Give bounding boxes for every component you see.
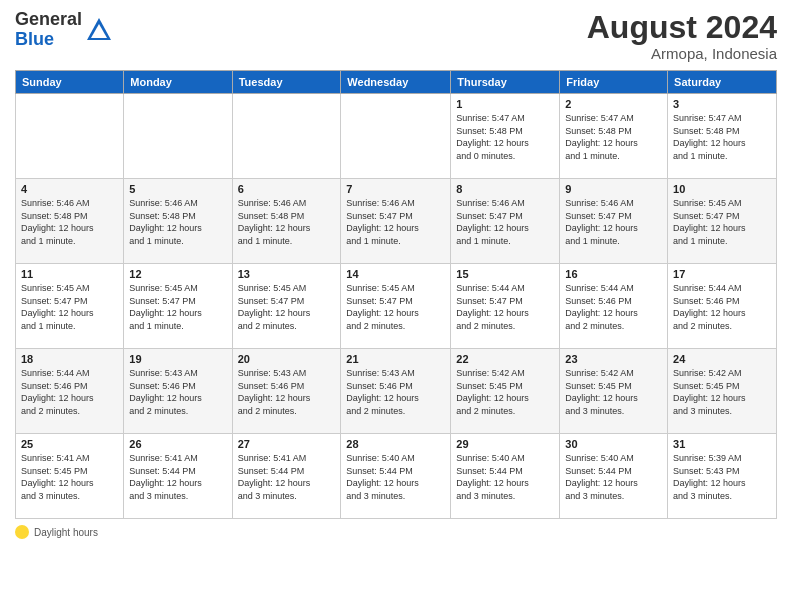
- day-number: 12: [129, 268, 226, 280]
- table-row: 11Sunrise: 5:45 AMSunset: 5:47 PMDayligh…: [16, 264, 124, 349]
- day-number: 22: [456, 353, 554, 365]
- table-row: [341, 94, 451, 179]
- table-row: 21Sunrise: 5:43 AMSunset: 5:46 PMDayligh…: [341, 349, 451, 434]
- logo-text: General Blue: [15, 10, 82, 50]
- day-info: Sunrise: 5:45 AMSunset: 5:47 PMDaylight:…: [673, 197, 771, 247]
- day-number: 10: [673, 183, 771, 195]
- day-info: Sunrise: 5:46 AMSunset: 5:48 PMDaylight:…: [21, 197, 118, 247]
- table-row: 30Sunrise: 5:40 AMSunset: 5:44 PMDayligh…: [560, 434, 668, 519]
- day-info: Sunrise: 5:45 AMSunset: 5:47 PMDaylight:…: [21, 282, 118, 332]
- day-number: 23: [565, 353, 662, 365]
- day-number: 2: [565, 98, 662, 110]
- day-info: Sunrise: 5:44 AMSunset: 5:47 PMDaylight:…: [456, 282, 554, 332]
- day-info: Sunrise: 5:45 AMSunset: 5:47 PMDaylight:…: [238, 282, 336, 332]
- table-row: 15Sunrise: 5:44 AMSunset: 5:47 PMDayligh…: [451, 264, 560, 349]
- footer: Daylight hours: [15, 525, 777, 539]
- day-number: 28: [346, 438, 445, 450]
- table-row: 9Sunrise: 5:46 AMSunset: 5:47 PMDaylight…: [560, 179, 668, 264]
- table-row: 22Sunrise: 5:42 AMSunset: 5:45 PMDayligh…: [451, 349, 560, 434]
- table-row: 2Sunrise: 5:47 AMSunset: 5:48 PMDaylight…: [560, 94, 668, 179]
- day-number: 16: [565, 268, 662, 280]
- day-number: 1: [456, 98, 554, 110]
- table-row: 17Sunrise: 5:44 AMSunset: 5:46 PMDayligh…: [668, 264, 777, 349]
- table-row: 18Sunrise: 5:44 AMSunset: 5:46 PMDayligh…: [16, 349, 124, 434]
- table-row: [124, 94, 232, 179]
- day-number: 17: [673, 268, 771, 280]
- table-row: 23Sunrise: 5:42 AMSunset: 5:45 PMDayligh…: [560, 349, 668, 434]
- day-info: Sunrise: 5:46 AMSunset: 5:48 PMDaylight:…: [238, 197, 336, 247]
- day-info: Sunrise: 5:40 AMSunset: 5:44 PMDaylight:…: [565, 452, 662, 502]
- day-info: Sunrise: 5:40 AMSunset: 5:44 PMDaylight:…: [346, 452, 445, 502]
- day-info: Sunrise: 5:45 AMSunset: 5:47 PMDaylight:…: [129, 282, 226, 332]
- day-info: Sunrise: 5:47 AMSunset: 5:48 PMDaylight:…: [673, 112, 771, 162]
- day-info: Sunrise: 5:44 AMSunset: 5:46 PMDaylight:…: [673, 282, 771, 332]
- table-row: 12Sunrise: 5:45 AMSunset: 5:47 PMDayligh…: [124, 264, 232, 349]
- table-row: 1Sunrise: 5:47 AMSunset: 5:48 PMDaylight…: [451, 94, 560, 179]
- day-number: 9: [565, 183, 662, 195]
- month-title: August 2024: [587, 10, 777, 45]
- calendar-week-row: 11Sunrise: 5:45 AMSunset: 5:47 PMDayligh…: [16, 264, 777, 349]
- table-row: 29Sunrise: 5:40 AMSunset: 5:44 PMDayligh…: [451, 434, 560, 519]
- day-info: Sunrise: 5:43 AMSunset: 5:46 PMDaylight:…: [346, 367, 445, 417]
- header: General Blue August 2024 Armopa, Indones…: [15, 10, 777, 62]
- day-number: 24: [673, 353, 771, 365]
- logo-general: General: [15, 10, 82, 30]
- day-info: Sunrise: 5:41 AMSunset: 5:44 PMDaylight:…: [129, 452, 226, 502]
- table-row: 14Sunrise: 5:45 AMSunset: 5:47 PMDayligh…: [341, 264, 451, 349]
- day-number: 25: [21, 438, 118, 450]
- calendar-week-row: 4Sunrise: 5:46 AMSunset: 5:48 PMDaylight…: [16, 179, 777, 264]
- title-block: August 2024 Armopa, Indonesia: [587, 10, 777, 62]
- col-thursday: Thursday: [451, 71, 560, 94]
- col-monday: Monday: [124, 71, 232, 94]
- table-row: 3Sunrise: 5:47 AMSunset: 5:48 PMDaylight…: [668, 94, 777, 179]
- logo-triangle-icon: [85, 16, 113, 44]
- day-info: Sunrise: 5:46 AMSunset: 5:47 PMDaylight:…: [565, 197, 662, 247]
- table-row: 25Sunrise: 5:41 AMSunset: 5:45 PMDayligh…: [16, 434, 124, 519]
- day-info: Sunrise: 5:46 AMSunset: 5:47 PMDaylight:…: [456, 197, 554, 247]
- day-info: Sunrise: 5:41 AMSunset: 5:44 PMDaylight:…: [238, 452, 336, 502]
- table-row: 20Sunrise: 5:43 AMSunset: 5:46 PMDayligh…: [232, 349, 341, 434]
- day-number: 15: [456, 268, 554, 280]
- logo: General Blue: [15, 10, 113, 50]
- location: Armopa, Indonesia: [587, 45, 777, 62]
- table-row: 31Sunrise: 5:39 AMSunset: 5:43 PMDayligh…: [668, 434, 777, 519]
- day-number: 5: [129, 183, 226, 195]
- day-number: 31: [673, 438, 771, 450]
- day-number: 11: [21, 268, 118, 280]
- day-number: 7: [346, 183, 445, 195]
- table-row: 5Sunrise: 5:46 AMSunset: 5:48 PMDaylight…: [124, 179, 232, 264]
- table-row: 7Sunrise: 5:46 AMSunset: 5:47 PMDaylight…: [341, 179, 451, 264]
- day-number: 4: [21, 183, 118, 195]
- day-number: 21: [346, 353, 445, 365]
- day-info: Sunrise: 5:46 AMSunset: 5:47 PMDaylight:…: [346, 197, 445, 247]
- col-friday: Friday: [560, 71, 668, 94]
- table-row: 19Sunrise: 5:43 AMSunset: 5:46 PMDayligh…: [124, 349, 232, 434]
- table-row: 6Sunrise: 5:46 AMSunset: 5:48 PMDaylight…: [232, 179, 341, 264]
- table-row: 27Sunrise: 5:41 AMSunset: 5:44 PMDayligh…: [232, 434, 341, 519]
- table-row: 16Sunrise: 5:44 AMSunset: 5:46 PMDayligh…: [560, 264, 668, 349]
- table-row: 8Sunrise: 5:46 AMSunset: 5:47 PMDaylight…: [451, 179, 560, 264]
- day-number: 19: [129, 353, 226, 365]
- day-info: Sunrise: 5:40 AMSunset: 5:44 PMDaylight:…: [456, 452, 554, 502]
- day-number: 30: [565, 438, 662, 450]
- day-info: Sunrise: 5:42 AMSunset: 5:45 PMDaylight:…: [456, 367, 554, 417]
- calendar-table: Sunday Monday Tuesday Wednesday Thursday…: [15, 70, 777, 519]
- daylight-label: Daylight hours: [34, 527, 98, 538]
- page: General Blue August 2024 Armopa, Indones…: [0, 0, 792, 612]
- day-number: 14: [346, 268, 445, 280]
- calendar-week-row: 25Sunrise: 5:41 AMSunset: 5:45 PMDayligh…: [16, 434, 777, 519]
- calendar-week-row: 1Sunrise: 5:47 AMSunset: 5:48 PMDaylight…: [16, 94, 777, 179]
- day-number: 27: [238, 438, 336, 450]
- day-number: 6: [238, 183, 336, 195]
- day-number: 29: [456, 438, 554, 450]
- col-wednesday: Wednesday: [341, 71, 451, 94]
- table-row: 26Sunrise: 5:41 AMSunset: 5:44 PMDayligh…: [124, 434, 232, 519]
- table-row: 4Sunrise: 5:46 AMSunset: 5:48 PMDaylight…: [16, 179, 124, 264]
- table-row: [16, 94, 124, 179]
- day-info: Sunrise: 5:43 AMSunset: 5:46 PMDaylight:…: [238, 367, 336, 417]
- calendar-week-row: 18Sunrise: 5:44 AMSunset: 5:46 PMDayligh…: [16, 349, 777, 434]
- col-saturday: Saturday: [668, 71, 777, 94]
- table-row: 10Sunrise: 5:45 AMSunset: 5:47 PMDayligh…: [668, 179, 777, 264]
- calendar-header-row: Sunday Monday Tuesday Wednesday Thursday…: [16, 71, 777, 94]
- day-number: 20: [238, 353, 336, 365]
